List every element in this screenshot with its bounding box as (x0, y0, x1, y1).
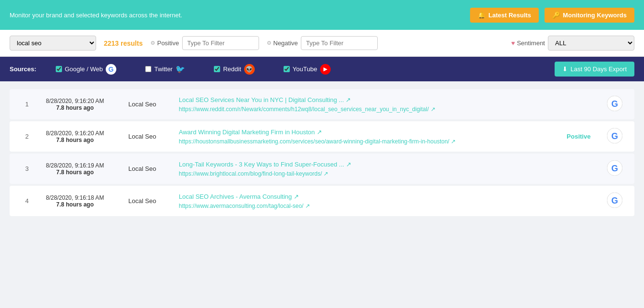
row-number: 4 (17, 197, 37, 205)
row-date-ago: 7.8 hours ago (37, 201, 113, 208)
twitter-icon: 🐦 (175, 64, 185, 74)
monitoring-keywords-label: Monitoring Keywords (563, 12, 627, 19)
youtube-checkbox[interactable] (284, 66, 290, 72)
export-button[interactable]: ⬇ Last 90 Days Export (555, 62, 634, 77)
latest-results-button[interactable]: 🔔 Latest Results (470, 8, 539, 23)
reddit-icon: 👽 (244, 64, 255, 75)
filter-bar: local seo brand name company name 2213 r… (0, 30, 644, 57)
row-title-link[interactable]: Award Winning Digital Marketing Firm in … (179, 128, 547, 136)
row-date-main: 8/28/2020, 9:16:18 AM (37, 194, 113, 201)
google-icon: G (106, 64, 116, 75)
row-title-link[interactable]: Local SEO Archives - Averma Consulting ↗ (179, 193, 547, 200)
row-title-link[interactable]: Local SEO Services Near You in NYC | Dig… (179, 96, 547, 103)
banner-text: Monitor your brand and selected keywords… (10, 12, 182, 19)
reddit-checkbox[interactable] (214, 66, 220, 72)
sentiment-group: ♥ Sentiment ALL Positive Negative Neutra… (511, 36, 634, 51)
row-keyword: Local Seo (113, 197, 171, 205)
row-date-ago: 7.8 hours ago (37, 104, 113, 111)
results-count: 2213 results (104, 39, 143, 47)
twitter-checkbox[interactable] (145, 66, 151, 72)
row-content: Local SEO Services Near You in NYC | Dig… (171, 96, 555, 113)
banner-buttons: 🔔 Latest Results 🔑 Monitoring Keywords (470, 8, 634, 23)
google-g-icon: G (607, 192, 622, 208)
heart-icon: ♥ (511, 39, 515, 47)
svg-text:G: G (611, 99, 618, 108)
latest-results-label: Latest Results (488, 12, 531, 19)
google-g-icon: G (607, 160, 622, 176)
row-source-icon: G (603, 160, 627, 177)
youtube-icon: ▶ (320, 64, 331, 75)
row-url-link[interactable]: https://www.reddit.com/r/Newark/comments… (179, 106, 435, 113)
sources-bar: Sources: Google / Web G Twitter 🐦 Reddit… (0, 57, 644, 81)
row-date: 8/28/2020, 9:16:20 AM 7.8 hours ago (37, 98, 113, 111)
reddit-label: Reddit (223, 65, 241, 73)
bell-icon: 🔔 (478, 12, 485, 19)
sources-label: Sources: (10, 65, 37, 73)
svg-text:G: G (611, 195, 618, 205)
row-keyword: Local Seo (113, 165, 171, 172)
positive-label: ⚙ Positive (150, 39, 179, 47)
row-date-main: 8/28/2020, 9:16:20 AM (37, 98, 113, 104)
monitoring-keywords-button[interactable]: 🔑 Monitoring Keywords (545, 8, 634, 23)
table-row: 1 8/28/2020, 9:16:20 AM 7.8 hours ago Lo… (10, 89, 634, 119)
source-reddit[interactable]: Reddit 👽 (214, 64, 255, 75)
google-label: Google / Web (65, 65, 103, 73)
row-source-icon: G (603, 96, 627, 113)
row-date: 8/28/2020, 9:16:19 AM 7.8 hours ago (37, 162, 113, 176)
row-date-main: 8/28/2020, 9:16:19 AM (37, 162, 113, 169)
row-source-icon: G (603, 192, 627, 209)
google-g-icon: G (607, 128, 622, 143)
row-number: 2 (17, 133, 37, 140)
row-date: 8/28/2020, 9:16:20 AM 7.8 hours ago (37, 130, 113, 143)
row-date-ago: 7.8 hours ago (37, 169, 113, 176)
row-url-link[interactable]: https://www.avermaconsulting.com/tag/loc… (179, 203, 310, 209)
top-banner: Monitor your brand and selected keywords… (0, 0, 644, 30)
row-url-link[interactable]: https://www.brightlocal.com/blog/find-lo… (179, 170, 328, 177)
key-icon: 🔑 (552, 12, 560, 19)
row-keyword: Local Seo (113, 133, 171, 140)
filter-icon-negative: ⚙ (267, 40, 272, 46)
row-number: 1 (17, 101, 37, 108)
row-sentiment: Positive (555, 133, 603, 140)
youtube-label: YouTube (293, 65, 317, 73)
row-source-icon: G (603, 128, 627, 145)
sentiment-select[interactable]: ALL Positive Negative Neutral (548, 36, 634, 51)
row-title-link[interactable]: Long-Tail Keywords - 3 Key Ways to Find … (179, 161, 547, 168)
row-date-ago: 7.8 hours ago (37, 137, 113, 143)
row-date-main: 8/28/2020, 9:16:20 AM (37, 130, 113, 137)
source-twitter[interactable]: Twitter 🐦 (145, 64, 185, 74)
row-content: Local SEO Archives - Averma Consulting ↗… (171, 193, 555, 209)
twitter-label: Twitter (154, 65, 173, 73)
sentiment-label: ♥ Sentiment (511, 39, 545, 47)
svg-text:G: G (611, 131, 618, 141)
row-content: Award Winning Digital Marketing Firm in … (171, 128, 555, 145)
filter-icon-positive: ⚙ (150, 40, 155, 46)
negative-label: ⚙ Negative (267, 39, 298, 47)
google-checkbox[interactable] (56, 66, 62, 72)
row-date: 8/28/2020, 9:16:18 AM 7.8 hours ago (37, 194, 113, 208)
table-row: 4 8/28/2020, 9:16:18 AM 7.8 hours ago Lo… (10, 186, 634, 216)
results-container: 1 8/28/2020, 9:16:20 AM 7.8 hours ago Lo… (0, 81, 644, 226)
row-url-link[interactable]: https://houstonsmallbusinessmarketing.co… (179, 138, 456, 145)
positive-filter-input[interactable] (182, 36, 259, 50)
table-row: 3 8/28/2020, 9:16:19 AM 7.8 hours ago Lo… (10, 154, 634, 184)
row-keyword: Local Seo (113, 101, 171, 108)
negative-filter-group: ⚙ Negative (267, 36, 378, 50)
source-youtube[interactable]: YouTube ▶ (284, 64, 331, 75)
svg-text:G: G (611, 163, 618, 173)
download-icon: ⬇ (562, 65, 568, 73)
row-content: Long-Tail Keywords - 3 Key Ways to Find … (171, 161, 555, 177)
google-g-icon: G (607, 96, 622, 111)
row-number: 3 (17, 165, 37, 172)
source-google[interactable]: Google / Web G (56, 64, 116, 75)
table-row: 2 8/28/2020, 9:16:20 AM 7.8 hours ago Lo… (10, 121, 634, 152)
positive-filter-group: ⚙ Positive (150, 36, 259, 50)
keyword-select[interactable]: local seo brand name company name (10, 36, 96, 51)
export-label: Last 90 Days Export (570, 65, 627, 73)
negative-filter-input[interactable] (301, 36, 378, 50)
